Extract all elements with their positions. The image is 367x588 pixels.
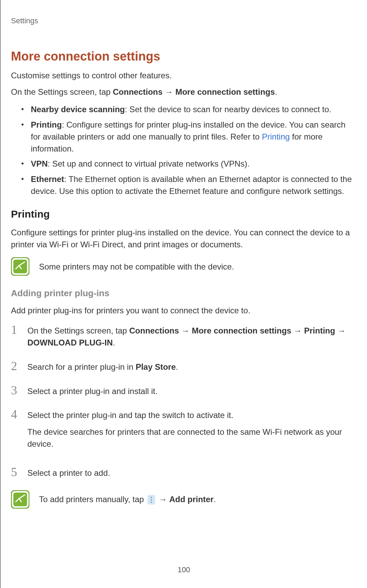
step-4: 4 Select the printer plug-in and tap the… — [11, 408, 357, 455]
intro-text: Customise settings to control other feat… — [11, 70, 357, 81]
step-number: 4 — [11, 408, 21, 420]
note2-arrow: → — [156, 495, 169, 504]
step-1: 1 On the Settings screen, tap Connection… — [11, 324, 357, 349]
path-more-connection: More connection settings — [175, 87, 275, 96]
s2-b: Play Store — [136, 362, 176, 371]
s1-p2: More connection settings — [192, 326, 291, 335]
printing-heading: Printing — [11, 208, 357, 220]
note2-b: Add printer — [169, 495, 213, 504]
navigation-path: On the Settings screen, tap Connections … — [11, 86, 357, 98]
desc-nearby: : Set the device to scan for nearby devi… — [125, 105, 331, 114]
plugins-intro: Add printer plug-ins for printers you wa… — [11, 305, 357, 317]
term-ethernet: Ethernet — [31, 174, 64, 184]
s1-pre: On the Settings screen, tap — [27, 326, 129, 335]
term-vpn: VPN — [31, 159, 48, 168]
step-2: 2 Search for a printer plug-in in Play S… — [11, 360, 357, 373]
note-row-2: To add printers manually, tap → Add prin… — [11, 490, 357, 509]
list-item: Ethernet: The Ethernet option is availab… — [21, 173, 357, 197]
step-5: 5 Select a printer to add. — [11, 466, 357, 479]
s1-p3: Printing — [304, 326, 335, 335]
s2-suffix: . — [176, 362, 178, 371]
printing-link[interactable]: Printing — [262, 132, 290, 141]
path-prefix: On the Settings screen, tap — [11, 87, 113, 96]
step-body: Select the printer plug-in and tap the s… — [27, 408, 357, 455]
step-body: Search for a printer plug-in in Play Sto… — [27, 360, 357, 373]
step-number: 2 — [11, 360, 21, 372]
step-body: Select a printer plug-in and install it. — [27, 384, 357, 397]
more-options-icon — [148, 495, 155, 505]
note2-text: To add printers manually, tap → Add prin… — [39, 494, 216, 505]
path-suffix: . — [275, 87, 277, 96]
note-text: Some printers may not be compatible with… — [39, 261, 234, 273]
note-icon — [11, 257, 29, 276]
feature-list: Nearby device scanning: Set the device t… — [21, 104, 357, 197]
s4-line1: Select the printer plug-in and tap the s… — [27, 409, 357, 421]
note-row: Some printers may not be compatible with… — [11, 257, 357, 276]
page-number: 100 — [178, 565, 190, 574]
s4-line2: The device searches for printers that ar… — [27, 426, 357, 450]
page-title: More connection settings — [11, 49, 357, 64]
list-item: Printing: Configure settings for printer… — [21, 119, 357, 155]
plugins-heading: Adding printer plug-ins — [11, 288, 357, 299]
step-body: On the Settings screen, tap Connections … — [27, 324, 357, 349]
note2-pre: To add printers manually, tap — [39, 495, 146, 504]
note2-suffix: . — [214, 495, 216, 504]
step-body: Select a printer to add. — [27, 466, 357, 479]
step-number: 3 — [11, 384, 21, 396]
s1-p4: DOWNLOAD PLUG-IN — [27, 338, 113, 347]
s1-p1: Connections — [129, 326, 179, 335]
term-nearby: Nearby device scanning — [31, 105, 125, 114]
step-3: 3 Select a printer plug-in and install i… — [11, 384, 357, 397]
page-header-section: Settings — [11, 16, 357, 25]
list-item: VPN: Set up and connect to virtual priva… — [21, 158, 357, 170]
printing-body: Configure settings for printer plug-ins … — [11, 227, 357, 251]
path-arrow: → — [163, 87, 175, 96]
term-printing: Printing — [31, 120, 62, 129]
note-icon — [11, 490, 29, 509]
s1-a2: → — [291, 326, 304, 335]
step-number: 5 — [11, 466, 21, 478]
desc-vpn: : Set up and connect to virtual private … — [48, 159, 250, 168]
steps-list: 1 On the Settings screen, tap Connection… — [11, 324, 357, 479]
s1-suffix: . — [113, 338, 115, 347]
list-item: Nearby device scanning: Set the device t… — [21, 104, 357, 116]
s1-a3: → — [335, 326, 346, 335]
s1-a1: → — [179, 326, 192, 335]
desc-ethernet: : The Ethernet option is available when … — [31, 174, 352, 196]
path-connections: Connections — [113, 87, 163, 96]
s2-pre: Search for a printer plug-in in — [27, 362, 136, 371]
step-number: 1 — [11, 324, 21, 336]
